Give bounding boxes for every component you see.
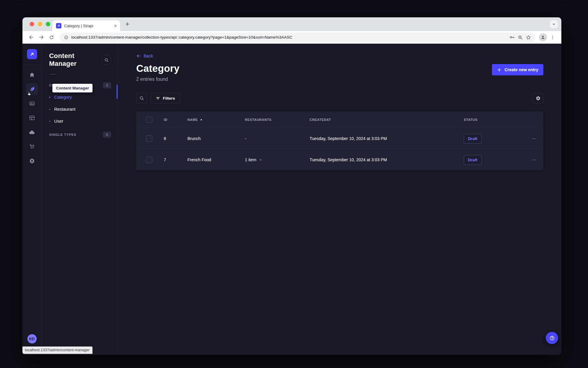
user-initials: KD [29,337,34,341]
tab-close-icon[interactable] [114,24,117,28]
back-arrow-icon [136,54,141,58]
back-icon[interactable] [27,33,36,42]
new-tab-icon[interactable] [125,22,130,27]
subnav-item-category[interactable]: Category [42,91,118,103]
home-icon [29,72,35,78]
create-new-entry-label: Create new entry [504,67,538,72]
row-checkbox[interactable] [146,135,152,142]
cell-name: Brunch [187,136,245,141]
key-icon[interactable] [509,34,515,40]
ellipsis-icon [531,157,537,162]
close-window-button[interactable] [30,22,34,26]
media-library-icon [29,101,35,107]
back-label: Back [144,54,153,58]
cell-id: 8 [164,136,187,141]
subnav-search-button[interactable] [102,55,111,65]
table-row[interactable]: 8 Brunch - Tuesday, September 10, 2024 a… [136,128,543,149]
gear-icon [536,96,541,101]
subnav-item-label: User [54,119,63,124]
active-item-indicator [116,85,118,99]
subnav-item-label: Restaurant [54,107,75,112]
nav-content-manager-button[interactable] [26,83,38,95]
browser-menu-icon[interactable] [548,33,557,42]
strapi-favicon-icon [56,23,61,28]
table-controls: Filters [136,93,543,104]
cloud-icon [29,129,35,136]
strapi-logo-icon[interactable] [27,49,37,59]
reload-icon[interactable] [47,33,56,42]
marketplace-cart-icon [29,144,35,150]
status-badge: Draft [464,155,482,165]
filters-button[interactable]: Filters [151,93,180,104]
url-text[interactable]: localhost:1337/admin/content-manager/col… [71,35,507,39]
subnav-item-restaurant[interactable]: Restaurant [42,103,118,115]
user-avatar[interactable]: KD [27,334,37,343]
row-actions-button[interactable] [524,136,543,141]
filter-icon [156,96,160,101]
column-header-status[interactable]: STATUS [464,118,524,121]
bullet-icon [49,109,50,110]
main-content: Back Category 2 entries found Create new… [118,44,561,355]
browser-window: Category | Strapi localhost:1337/admin/c… [22,17,561,355]
entries-count: 2 entries found [136,77,543,82]
table-search-button[interactable] [136,93,147,104]
page-title: Category [136,63,543,74]
nav-cloud-button[interactable] [26,126,38,138]
table-header-row: ID NAME▲ RESTAURANTS CREATEDAT STATUS [136,111,543,128]
strapi-admin: KD Content Manager COLLECTION TYPES 3 [22,44,561,355]
profile-icon[interactable] [539,33,547,41]
cell-name: French Food [187,157,245,162]
settings-icon [29,158,35,164]
collection-types-count-badge: 3 [103,82,111,88]
nav-marketplace-button[interactable] [26,141,38,153]
sort-ascending-icon: ▲ [200,118,203,121]
cell-createdat: Tuesday, September 10, 2024 at 3:03 PM [310,157,464,162]
browser-tab[interactable]: Category | Strapi [52,20,120,31]
tab-search-chevron-icon[interactable] [550,20,558,28]
row-checkbox[interactable] [146,156,152,163]
collection-types-list: Category Restaurant User [42,91,118,127]
row-actions-button[interactable] [524,157,543,162]
back-link[interactable]: Back [136,54,153,58]
single-types-label: SINGLE TYPES [49,133,76,136]
ellipsis-icon [531,136,537,141]
help-button[interactable] [546,332,558,344]
rail-divider [22,64,42,65]
main-nav-rail: KD [22,44,42,355]
cell-restaurants: - [245,136,310,141]
table-settings-button[interactable] [533,93,543,104]
single-types-count-badge: 0 [103,132,111,138]
address-bar[interactable]: localhost:1337/admin/content-manager/col… [60,33,535,42]
star-icon[interactable] [526,35,531,40]
select-all-checkbox[interactable] [146,116,152,123]
entries-table: ID NAME▲ RESTAURANTS CREATEDAT STATUS 8 … [136,111,543,170]
status-bar-link: localhost:1337/admin/content-manager [22,346,93,354]
relation-count-label: 1 item [245,157,256,162]
subnav-item-user[interactable]: User [42,115,118,127]
nav-media-library-button[interactable] [26,98,38,110]
nav-content-type-builder-button[interactable] [26,112,38,124]
content-manager-tooltip: Content Manager [52,84,93,92]
zoom-icon[interactable] [518,35,523,40]
table-row[interactable]: 7 French Food 1 item Tuesday, September … [136,149,543,170]
browser-toolbar: localhost:1337/admin/content-manager/col… [22,31,561,44]
forward-icon[interactable] [37,33,46,42]
cell-createdat: Tuesday, September 10, 2024 at 3:03 PM [310,136,464,141]
cell-restaurants[interactable]: 1 item [245,157,310,162]
subnav-title: Content Manager [49,52,102,68]
column-header-restaurants[interactable]: RESTAURANTS [245,118,310,121]
nav-home-button[interactable] [26,69,38,81]
minimize-window-button[interactable] [38,22,42,26]
tab-strip: Category | Strapi [22,17,561,31]
create-new-entry-button[interactable]: Create new entry [492,64,543,75]
column-header-createdat[interactable]: CREATEDAT [310,118,464,121]
column-header-name[interactable]: NAME▲ [187,118,245,121]
nav-settings-button[interactable] [26,155,38,167]
column-header-id[interactable]: ID [164,118,187,121]
subnav-divider [49,74,56,74]
cell-id: 7 [164,157,187,162]
maximize-window-button[interactable] [46,22,50,26]
chevron-down-icon [259,158,262,162]
plus-icon [497,68,501,72]
info-icon[interactable] [64,35,69,40]
